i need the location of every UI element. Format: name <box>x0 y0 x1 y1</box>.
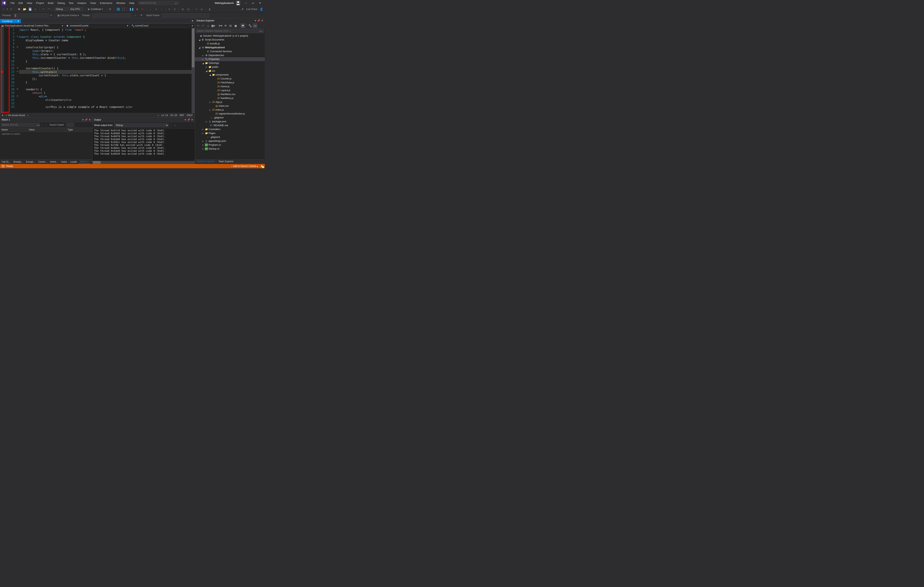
nav-fwd-icon[interactable]: ⟳ <box>9 7 13 12</box>
tree-item[interactable]: ▫.gitignore <box>195 135 265 139</box>
close-panel-icon[interactable]: ✕ <box>89 118 91 121</box>
tree-item[interactable]: JSCounter.js <box>195 77 265 81</box>
process-selector[interactable]: [] <box>14 13 49 17</box>
refresh-icon[interactable]: ⟳ <box>108 7 112 12</box>
search-icon[interactable]: ⌕▾ <box>37 124 40 126</box>
col-type[interactable]: Type <box>66 128 92 132</box>
stackframe-selector[interactable] <box>162 13 209 17</box>
output-tool2-icon[interactable]: ⋯ <box>188 123 193 127</box>
arrow-right-icon[interactable]: → <box>45 124 48 126</box>
menu-project[interactable]: Project <box>34 1 46 5</box>
config-select[interactable]: Debug <box>54 7 68 11</box>
tree-item[interactable]: M↓README.md <box>195 124 265 127</box>
tree-item[interactable]: ▣Solution 'WebApplication4' (1 of 1 proj… <box>195 34 265 38</box>
user-avatar[interactable] <box>236 1 240 5</box>
footer-tab[interactable]: Breakp... <box>12 160 24 164</box>
tree-item[interactable]: ◢📁components <box>195 73 265 77</box>
fwd-icon[interactable]: ⟳ <box>201 23 205 28</box>
nav-right-icon[interactable]: ▸ <box>158 114 159 117</box>
col-name[interactable]: Name <box>0 128 27 132</box>
tree-item[interactable]: ▷📁Controllers <box>195 127 265 131</box>
nav-back-icon[interactable]: ⟲ <box>1 7 6 12</box>
menu-extensions[interactable]: Extensions <box>98 1 114 5</box>
add-source-control-button[interactable]: ↑Add to Source Control▴ <box>231 165 258 167</box>
tree-item[interactable]: ▷⚙Dependencies <box>195 53 265 57</box>
maximize-button[interactable]: ▭ <box>249 0 256 5</box>
bookmark-icon[interactable]: ▮ <box>207 7 212 12</box>
panel-dropdown-icon[interactable]: ▾ <box>255 19 256 22</box>
tree-item[interactable]: ◢📁ClientApp <box>195 61 265 65</box>
close-button[interactable]: ✕ <box>257 0 263 5</box>
pin-icon[interactable]: 📌 <box>187 118 190 121</box>
breakpoint-icon[interactable] <box>1 71 3 73</box>
close-panel-icon[interactable]: ✕ <box>191 118 193 121</box>
new-icon[interactable]: ✚ <box>17 7 21 12</box>
output-body[interactable]: The thread 0x67c0 has exited with code 0… <box>92 129 195 161</box>
search-input[interactable] <box>138 1 179 5</box>
search-icon[interactable]: ⌕▾ <box>258 30 264 33</box>
notifications-icon[interactable]: 🔔 <box>260 165 263 167</box>
thread-selector[interactable] <box>92 13 131 17</box>
tree-item[interactable]: ▷{}package.json <box>195 119 265 124</box>
nav-left-icon[interactable]: ◂ <box>27 114 28 117</box>
tool1-icon[interactable]: ✦ <box>167 7 172 12</box>
tree-item[interactable]: JSLayout.js <box>195 88 265 92</box>
platform-select[interactable]: Any CPU <box>69 7 83 11</box>
menu-test[interactable]: Test <box>67 1 75 5</box>
tree-item[interactable]: ◢🗎Script Documents <box>195 38 265 42</box>
pause-icon[interactable]: ❚❚ <box>129 7 134 12</box>
tool2-icon[interactable]: ⛁ <box>173 7 177 12</box>
undo-icon[interactable]: ↶ <box>41 7 46 12</box>
view-icon[interactable]: ▭ <box>253 23 257 28</box>
tree-item[interactable]: ▷C#Startup.cs <box>195 147 265 151</box>
tree-item[interactable]: ▷JSApp.js <box>195 100 265 104</box>
preview-icon[interactable]: ⬒ <box>241 23 245 28</box>
arrow-icon[interactable]: ▾ <box>2 114 3 117</box>
breadcrumb-member[interactable]: ⬣incrementCounter▾ <box>65 24 130 28</box>
toggle-icon[interactable]: ▦▾ <box>211 23 216 28</box>
menu-debug[interactable]: Debug <box>56 1 67 5</box>
footer-tab[interactable]: Comm... <box>36 160 48 164</box>
menu-help[interactable]: Help <box>127 1 136 5</box>
close-panel-icon[interactable]: ✕ <box>261 19 263 22</box>
tree-item[interactable]: ▫.gitignore <box>195 116 265 119</box>
menu-analyze[interactable]: Analyze <box>75 1 88 5</box>
tab-overflow-icon[interactable]: ▾ <box>190 18 195 23</box>
tool3-icon[interactable]: ⊞ <box>180 7 185 12</box>
tree-item[interactable]: JSNavMenu.js <box>195 96 265 100</box>
collapse-icon[interactable]: ⊟ <box>228 23 233 28</box>
watch-search-input[interactable] <box>1 123 40 127</box>
step-out-icon[interactable]: ↑ <box>159 7 164 12</box>
save-icon[interactable]: 💾 <box>28 7 32 12</box>
panel-dropdown-icon[interactable]: ▾ <box>82 118 84 121</box>
save-all-icon[interactable]: 🗎 <box>33 7 38 12</box>
tree-item[interactable]: ▷C#Program.cs <box>195 143 265 147</box>
arrow-left-icon[interactable]: ← <box>41 124 44 126</box>
solution-tree[interactable]: ▣Solution 'WebApplication4' (1 of 1 proj… <box>195 33 265 159</box>
step-into-icon[interactable]: ↓ <box>148 7 153 12</box>
tree-item[interactable]: ▷{}appsettings.json <box>195 139 265 143</box>
tree-item[interactable]: ▤NavMenu.css <box>195 92 265 96</box>
footer-tab[interactable]: Call St... <box>0 160 12 164</box>
menu-edit[interactable]: Edit <box>16 1 25 5</box>
tool4-icon[interactable]: ⊟ <box>186 7 191 12</box>
tool5-icon[interactable]: ≡ <box>194 7 199 12</box>
menu-view[interactable]: View <box>25 1 34 5</box>
back-icon[interactable]: ⟲ <box>196 23 200 28</box>
properties-icon[interactable]: 🔧 <box>248 23 252 28</box>
restart-icon[interactable]: ⟳ <box>140 7 145 12</box>
thread-tool-icon[interactable]: ▿ <box>133 13 137 18</box>
lifecycle-label[interactable]: ▦ Lifecycle Events ▾ <box>57 14 80 17</box>
menu-build[interactable]: Build <box>46 1 56 5</box>
footer-tab[interactable]: Locals <box>69 160 78 164</box>
footer-tab[interactable]: Except... <box>24 160 36 164</box>
tree-item[interactable]: ▷📁public <box>195 65 265 69</box>
menu-file[interactable]: File <box>8 1 16 5</box>
search-icon[interactable]: ⌕ <box>175 2 177 5</box>
live-share-label[interactable]: Live Share <box>246 8 258 10</box>
pin-icon[interactable]: 📌 <box>257 19 260 22</box>
tree-item[interactable]: ▷JSindex.js <box>195 108 265 112</box>
footer-tab[interactable]: Imme... <box>48 160 59 164</box>
menu-tools[interactable]: Tools <box>88 1 98 5</box>
tree-item[interactable]: JSFetchData.js <box>195 81 265 84</box>
